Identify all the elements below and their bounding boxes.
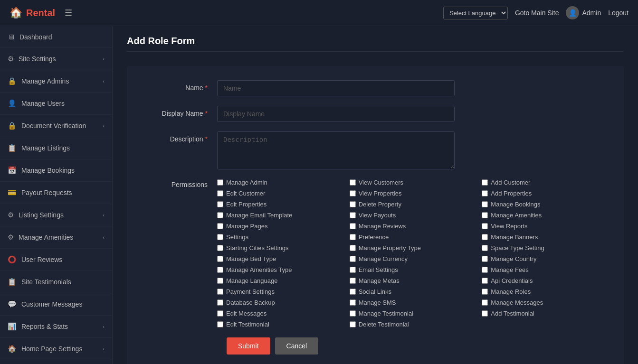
perm-checkbox-18[interactable] [217, 245, 223, 251]
sidebar-item-payout-requests[interactable]: 💳 Payout Requests [0, 182, 112, 204]
perm-label-18: Starting Cities Settings [226, 244, 289, 252]
sidebar-item-manage-listings[interactable]: 📋 Manage Listings [0, 137, 112, 159]
admin-avatar: 👤 [566, 6, 579, 19]
perm-checkbox-38[interactable] [482, 310, 488, 317]
perm-item-8: Manage Bookings [482, 201, 609, 208]
logo: 🏠 Rental [10, 7, 55, 19]
logo-icon: 🏠 [10, 7, 22, 19]
perm-checkbox-13[interactable] [350, 223, 356, 229]
sidebar-item-left: 📋 Manage Listings [8, 144, 70, 152]
listing-settings-icon: ⚙ [8, 211, 14, 219]
perm-checkbox-35[interactable] [482, 299, 488, 306]
description-input[interactable] [217, 131, 455, 169]
perm-checkbox-8[interactable] [482, 201, 488, 207]
perm-label-32: Manage Roles [491, 288, 531, 295]
sidebar-item-label: Manage Users [21, 100, 65, 107]
sidebar-item-manage-bookings[interactable]: 📅 Manage Bookings [0, 159, 112, 182]
perm-label-28: Manage Metas [359, 277, 400, 284]
perm-item-29: Api Credentials [482, 277, 609, 284]
perm-checkbox-37[interactable] [350, 310, 356, 317]
perm-checkbox-39[interactable] [217, 321, 223, 327]
sidebar-item-site-settings[interactable]: ⚙ Site Settings ‹ [0, 48, 112, 70]
sidebar-item-left: ⚙ Site Settings [8, 55, 56, 63]
perm-checkbox-30[interactable] [217, 289, 223, 295]
sidebar-item-label: User Reviews [21, 256, 62, 263]
perm-checkbox-33[interactable] [217, 299, 223, 306]
perm-checkbox-22[interactable] [350, 256, 356, 262]
perm-checkbox-40[interactable] [350, 321, 356, 327]
sidebar-item-left: ⚙ Manage Amenities [8, 233, 73, 242]
perm-checkbox-28[interactable] [350, 278, 356, 284]
perm-checkbox-12[interactable] [217, 223, 223, 229]
add-role-form: Name * Display Name * Description * [127, 66, 624, 364]
sidebar-item-dashboard[interactable]: 🖥 Dashboard [0, 26, 112, 48]
sidebar-item-home-page-settings[interactable]: 🏠 Home Page Settings ‹ [0, 338, 112, 360]
perm-label-5: Add Properties [491, 190, 532, 197]
perm-checkbox-36[interactable] [217, 310, 223, 317]
sidebar-item-document-verification[interactable]: 🔒 Document Verification ‹ [0, 115, 112, 137]
submit-button[interactable]: Submit [227, 337, 270, 355]
name-input[interactable] [217, 80, 455, 96]
perm-checkbox-32[interactable] [482, 289, 488, 295]
sidebar-item-site-testimonials[interactable]: 📋 Site Testimonials [0, 271, 112, 293]
perm-checkbox-11[interactable] [482, 212, 488, 218]
perm-checkbox-5[interactable] [482, 190, 488, 196]
sidebar-item-manage-amenities[interactable]: ⚙ Manage Amenities ‹ [0, 226, 112, 249]
perm-checkbox-29[interactable] [482, 278, 488, 284]
perm-checkbox-2[interactable] [482, 179, 488, 186]
perm-checkbox-34[interactable] [350, 299, 356, 306]
perm-label-10: View Payouts [359, 212, 396, 219]
home-page-settings-icon: 🏠 [8, 345, 17, 353]
perm-checkbox-6[interactable] [217, 201, 223, 207]
perm-checkbox-16[interactable] [350, 234, 356, 240]
description-group: Description * [141, 131, 609, 169]
perm-checkbox-20[interactable] [482, 245, 488, 251]
perm-checkbox-15[interactable] [217, 234, 223, 240]
perm-item-6: Edit Properties [217, 201, 345, 208]
perm-checkbox-19[interactable] [350, 245, 356, 251]
sidebar-item-left: 🖥 Dashboard [8, 33, 52, 41]
permissions-label: Permissions [141, 179, 217, 188]
perm-checkbox-21[interactable] [217, 256, 223, 262]
perm-checkbox-17[interactable] [482, 234, 488, 240]
perm-checkbox-14[interactable] [482, 223, 488, 229]
perm-checkbox-0[interactable] [217, 179, 223, 186]
perm-checkbox-9[interactable] [217, 212, 223, 218]
perm-item-25: Email Settings [350, 266, 477, 273]
header-right: Select Language English Spanish French G… [443, 6, 628, 19]
perm-checkbox-31[interactable] [350, 289, 356, 295]
goto-main-site-link[interactable]: Goto Main Site [515, 9, 559, 17]
perm-checkbox-25[interactable] [350, 267, 356, 273]
permissions-grid: Manage Admin View Customers Add Customer… [217, 179, 609, 328]
perm-checkbox-1[interactable] [350, 179, 356, 186]
perm-item-10: View Payouts [350, 212, 477, 219]
sidebar-item-listing-settings[interactable]: ⚙ Listing Settings ‹ [0, 204, 112, 226]
sidebar-item-label: Site Testimonials [21, 278, 71, 286]
display-name-input[interactable] [217, 106, 455, 122]
perm-label-19: Manage Property Type [359, 244, 421, 252]
perm-checkbox-10[interactable] [350, 212, 356, 218]
sidebar-item-manage-users[interactable]: 👤 Manage Users [0, 93, 112, 115]
perm-checkbox-7[interactable] [350, 201, 356, 207]
perm-label-40: Delete Testimonial [359, 321, 409, 328]
perm-checkbox-27[interactable] [217, 278, 223, 284]
site-testimonials-icon: 📋 [8, 278, 17, 286]
perm-checkbox-3[interactable] [217, 190, 223, 196]
cancel-button[interactable]: Cancel [275, 337, 319, 355]
perm-label-9: Manage Email Template [226, 212, 292, 219]
logout-button[interactable]: Logout [608, 9, 628, 17]
perm-item-7: Delete Property [350, 201, 477, 208]
sidebar-item-static-page-cms[interactable]: 📋 Static Page CMS [0, 360, 112, 364]
perm-checkbox-26[interactable] [482, 267, 488, 273]
perm-item-2: Add Customer [482, 179, 609, 186]
perm-checkbox-23[interactable] [482, 256, 488, 262]
hamburger-icon[interactable]: ☰ [65, 8, 72, 18]
language-select[interactable]: Select Language English Spanish French [443, 7, 508, 19]
sidebar-item-customer-messages[interactable]: 💬 Customer Messages [0, 293, 112, 316]
perm-checkbox-4[interactable] [350, 190, 356, 196]
perm-item-35: Manage Messages [482, 299, 609, 306]
sidebar-item-manage-admins[interactable]: 🔒 Manage Admins ‹ [0, 70, 112, 93]
sidebar-item-reports-stats[interactable]: 📊 Reports & Stats ‹ [0, 316, 112, 338]
perm-checkbox-24[interactable] [217, 267, 223, 273]
sidebar-item-user-reviews[interactable]: ⭕ User Reviews [0, 249, 112, 271]
